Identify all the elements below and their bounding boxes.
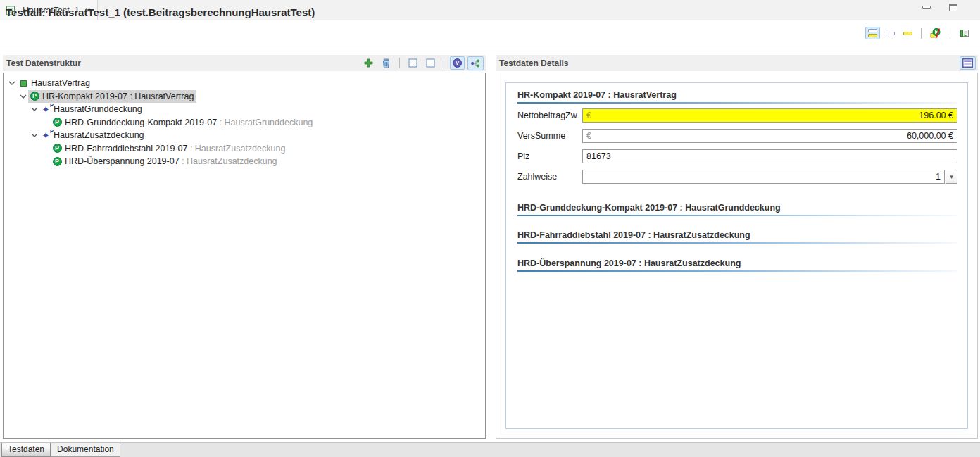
test-data-details-panel: Testdaten Details HR-Kompakt 2019-07 : H… [496,55,978,439]
chevron-down-icon[interactable] [30,104,39,114]
layout-both-panes-button[interactable] [865,27,880,39]
layout-both-icon [868,29,877,37]
bottom-tab-bar: Testdaten Dokumentation [0,442,980,457]
tree-item-hausratvertrag[interactable]: HausratVertrag [4,77,485,90]
product-icon: P [29,91,40,102]
details-form: HR-Kompakt 2019-07 : HausratVertrag Nett… [505,82,968,429]
product-icon: P [51,117,63,128]
toolbar-separator [399,58,400,68]
collapse-all-button[interactable] [423,56,438,70]
product-icon: P [51,156,63,167]
field-label: VersSumme [517,131,582,141]
section-title-hrd-fahrraddiebstahl: HRD-Fahrraddiebstahl 2019-07 : HausratZu… [517,230,957,240]
add-node-button[interactable] [361,56,376,70]
field-row-nettobeitragzw: NettobeitragZw € 196.00 € [517,108,957,123]
run-calculation-icon [930,27,941,39]
add-icon [364,58,373,68]
toolbar-separator [444,58,444,68]
toolbar-separator [950,28,950,39]
result-table-icon [959,27,970,39]
tree-item-hausratgrunddeckung[interactable]: ✦P HausratGrunddeckung [4,103,485,116]
trash-icon [382,58,391,68]
delete-node-button[interactable] [379,56,394,70]
values-icon: V [453,58,462,68]
currency-prefix: € [586,131,591,141]
open-result-table-button[interactable] [956,25,973,41]
product-icon: P [51,143,63,154]
section-rule [517,102,957,104]
structure-panel-title: Test Datenstruktur [6,58,81,68]
editor-toolbar [865,25,973,41]
view-window-controls [922,4,957,11]
field-row-verssumme: VersSumme € 60,000.00 € [517,129,957,143]
section-rule [517,242,957,244]
tree-item-hrd-fahrraddiebstahl[interactable]: P HRD-Fahrraddiebstahl 2019-07 : Hausrat… [4,142,485,156]
structure-toolbar: V [361,56,484,70]
field-value: 196.00 € [919,111,953,120]
coverage-group-icon: ✦P [40,104,51,115]
expand-all-icon [408,58,417,68]
field-value: 81673 [586,151,611,161]
minimize-icon[interactable] [922,6,931,9]
field-label: NettobeitragZw [517,111,582,120]
nettobeitragzw-input[interactable]: € 196.00 € [582,108,957,123]
test-data-structure-panel: Test Datenstruktur [3,55,486,439]
combo-dropdown-button[interactable]: ▾ [946,170,957,184]
chevron-down-icon[interactable] [7,78,17,88]
tree-item-hr-kompakt[interactable]: P HR-Kompakt 2019-07 : HausratVertrag [4,90,485,104]
twisty-spacer [41,144,51,154]
maximize-icon[interactable] [949,4,957,11]
coverage-group-icon: ✦P [40,130,51,141]
show-hierarchy-toggle[interactable] [467,56,484,70]
toolbar-separator [921,28,922,39]
field-row-plz: Plz 81673 [517,149,957,163]
twisty-spacer [41,156,51,166]
toggle-form-view-button[interactable] [960,56,976,70]
collapse-all-icon [426,58,435,68]
layout-structure-only-button[interactable] [883,30,898,37]
tab-testdaten[interactable]: Testdaten [1,443,51,457]
class-square-icon [18,77,29,89]
layout-structure-icon [886,32,895,35]
tree-item-hausratzusatzdeckung[interactable]: ✦P HausratZusatzdeckung [4,129,485,142]
field-label: Zahlweise [517,172,582,182]
chevron-down-icon[interactable] [18,92,28,101]
zahlweise-combo: 1 ▾ [582,170,957,184]
hierarchy-icon [470,58,481,68]
test-data-tree: HausratVertrag P HR-Kompakt 2019-07 : Ha… [3,73,486,439]
section-title-hr-kompakt: HR-Kompakt 2019-07 : HausratVertrag [517,90,957,100]
run-calculation-button[interactable] [927,25,944,41]
verssumme-input[interactable]: € 60,000.00 € [582,129,957,143]
details-outer-box: HR-Kompakt 2019-07 : HausratVertrag Nett… [496,73,978,439]
details-panel-header: Testdaten Details [496,55,978,71]
form-view-icon [962,58,973,68]
page-title: Testfall: HausratTest_1 (test.Beitragsbe… [6,6,315,18]
section-title-hrd-grunddeckung: HRD-Grunddeckung-Kompakt 2019-07 : Hausr… [517,203,957,213]
layout-details-icon [903,32,912,35]
zahlweise-input[interactable]: 1 [582,170,945,184]
tree-item-hrd-ueberspannung[interactable]: P HRD-Überspannung 2019-07 : HausratZusa… [4,155,485,168]
section-title-hrd-ueberspannung: HRD-Überspannung 2019-07 : HausratZusatz… [517,258,957,268]
details-panel-title: Testdaten Details [499,58,568,68]
chevron-down-icon: ▾ [950,173,953,180]
field-label: Plz [517,151,582,161]
section-rule [517,270,957,272]
structure-panel-header: Test Datenstruktur [3,55,486,71]
field-row-zahlweise: Zahlweise 1 ▾ [517,170,957,184]
expand-all-button[interactable] [406,56,420,70]
section-rule [517,215,957,216]
show-values-toggle[interactable]: V [450,56,465,70]
plz-input[interactable]: 81673 [582,149,957,163]
tree-item-hrd-grunddeckung-kompakt[interactable]: P HRD-Grunddeckung-Kompakt 2019-07 : Hau… [4,116,485,130]
chevron-down-icon[interactable] [30,130,39,140]
title-row [0,20,980,49]
field-value: 1 [936,172,941,182]
currency-prefix: € [586,111,591,120]
layout-details-only-button[interactable] [900,30,915,37]
tab-dokumentation[interactable]: Dokumentation [51,443,120,457]
field-value: 60,000.00 € [907,131,953,141]
twisty-spacer [41,118,51,127]
